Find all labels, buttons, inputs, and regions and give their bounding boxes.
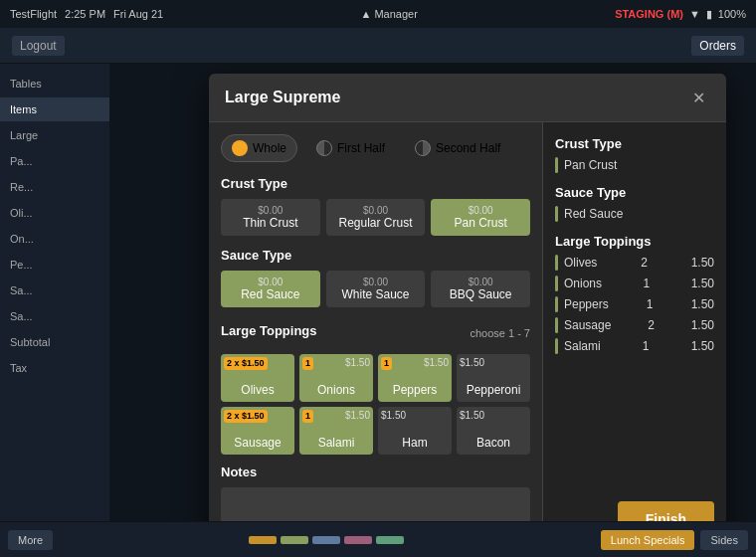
summary-topping-peppers: Peppers 1 1.50 xyxy=(555,296,714,312)
sausage-top-row: 2 x $1.50 xyxy=(224,410,291,423)
regular-crust-price: $0.00 xyxy=(330,205,422,216)
pan-crust-button[interactable]: $0.00 Pan Crust xyxy=(431,199,530,236)
toppings-header: Large Toppings choose 1 - 7 xyxy=(221,319,530,346)
notes-input[interactable] xyxy=(221,487,530,521)
main-content: Tables Items Large Pa... Re... Oli... On… xyxy=(0,64,756,521)
crust-options: $0.00 Thin Crust $0.00 Regular Crust $0.… xyxy=(221,199,530,236)
sidebar-item-tables[interactable]: Tables xyxy=(0,72,109,95)
app-header: Logout Orders xyxy=(0,28,756,64)
right-bottom-buttons: Lunch Specials Sides xyxy=(601,530,748,550)
olives-top-row: 2 x $1.50 xyxy=(224,357,291,370)
battery-level: 100% xyxy=(718,8,746,20)
bacon-price: $1.50 xyxy=(460,410,484,421)
sidebar-item-large[interactable]: Large xyxy=(0,123,109,147)
staging-indicator: STAGING (M) xyxy=(615,8,683,20)
first-half-button[interactable]: First Half xyxy=(305,134,396,162)
onions-price: $1.50 xyxy=(345,357,370,368)
peppers-price: $1.50 xyxy=(424,357,449,368)
crust-indicator xyxy=(555,157,558,173)
summary-sauce-text: Red Sauce xyxy=(564,207,623,221)
color-dot-2 xyxy=(281,536,308,544)
white-sauce-price: $0.00 xyxy=(330,277,422,287)
whole-circle-icon xyxy=(232,140,248,156)
bacon-name: Bacon xyxy=(476,436,510,450)
olives-name: Olives xyxy=(241,383,274,397)
sidebar: Tables Items Large Pa... Re... Oli... On… xyxy=(0,64,109,521)
salami-topping-button[interactable]: 1 $1.50 Salami xyxy=(299,407,373,455)
wifi-icon: ▼ xyxy=(689,8,700,20)
orders-button[interactable]: Orders xyxy=(691,36,744,56)
more-button[interactable]: More xyxy=(8,530,53,550)
olives-summary-indicator xyxy=(555,255,558,271)
summary-crust-value: Pan Crust xyxy=(555,157,714,173)
status-bar: TestFlight 2:25 PM Fri Aug 21 ▲ Manager … xyxy=(0,0,756,28)
olives-topping-button[interactable]: 2 x $1.50 Olives xyxy=(221,354,294,402)
sidebar-item-pe[interactable]: Pe... xyxy=(0,253,109,277)
thin-crust-button[interactable]: $0.00 Thin Crust xyxy=(221,199,320,236)
onions-topping-button[interactable]: 1 $1.50 Onions xyxy=(299,354,373,402)
bbq-sauce-name: BBQ Sauce xyxy=(435,287,526,301)
salami-badge: 1 xyxy=(302,410,313,423)
summary-toppings-title: Large Toppings xyxy=(555,234,714,249)
sausage-name: Sausage xyxy=(234,436,281,450)
summary-topping-onions: Onions 1 1.50 xyxy=(555,276,714,291)
summary-panel: Crust Type Pan Crust Sauce Type Red Sauc… xyxy=(542,122,726,521)
sausage-topping-button[interactable]: 2 x $1.50 Sausage xyxy=(221,407,294,455)
modal-close-button[interactable]: ✕ xyxy=(686,86,710,109)
choose-label: choose 1 - 7 xyxy=(470,327,530,339)
whole-half-button[interactable]: Whole xyxy=(221,134,297,162)
status-bar-left: TestFlight 2:25 PM Fri Aug 21 xyxy=(10,8,163,20)
modal-body: Whole First Half Second Half xyxy=(209,122,726,521)
summary-topping-olives: Olives 2 1.50 xyxy=(555,255,714,271)
pan-crust-name: Pan Crust xyxy=(435,216,526,230)
color-dot-5 xyxy=(376,536,404,544)
half-selector: Whole First Half Second Half xyxy=(221,134,530,162)
pan-crust-price: $0.00 xyxy=(435,205,526,216)
pepperoni-price: $1.50 xyxy=(460,357,484,368)
pepperoni-topping-button[interactable]: $1.50 Pepperoni xyxy=(457,354,530,402)
summary-sauce-value: Red Sauce xyxy=(555,206,714,222)
crust-type-label: Crust Type xyxy=(221,176,530,191)
sausage-badge: 2 x $1.50 xyxy=(224,410,268,423)
pepperoni-top-row: $1.50 xyxy=(460,357,527,368)
sidebar-item-pa[interactable]: Pa... xyxy=(0,149,109,173)
second-half-button[interactable]: Second Half xyxy=(404,134,511,162)
sauce-options: $0.00 Red Sauce $0.00 White Sauce $0.00 … xyxy=(221,271,530,307)
color-bar xyxy=(249,536,404,544)
white-sauce-button[interactable]: $0.00 White Sauce xyxy=(326,271,426,307)
white-sauce-name: White Sauce xyxy=(330,287,422,301)
sidebar-item-sa2[interactable]: Sa... xyxy=(0,304,109,328)
color-dot-3 xyxy=(312,536,340,544)
whole-label: Whole xyxy=(253,141,286,155)
sidebar-item-subtotal[interactable]: Subtotal xyxy=(0,330,109,354)
sidebar-item-items[interactable]: Items xyxy=(0,97,109,121)
salami-price: $1.50 xyxy=(345,410,370,421)
app-name: TestFlight xyxy=(10,8,57,20)
ham-topping-button[interactable]: $1.50 Ham xyxy=(378,407,452,455)
summary-toppings-list: Olives 2 1.50 Onions xyxy=(555,255,714,359)
finish-button[interactable]: Finish xyxy=(618,501,714,521)
manager-label: ▲ Manager xyxy=(360,8,417,20)
logout-button[interactable]: Logout xyxy=(12,36,65,56)
lunch-specials-button[interactable]: Lunch Specials xyxy=(601,530,695,550)
sidebar-item-tax[interactable]: Tax xyxy=(0,356,109,380)
sidebar-item-oli[interactable]: Oli... xyxy=(0,201,109,225)
red-sauce-name: Red Sauce xyxy=(225,287,316,301)
summary-topping-salami: Salami 1 1.50 xyxy=(555,338,714,354)
peppers-name: Peppers xyxy=(393,383,438,397)
bbq-sauce-button[interactable]: $0.00 BBQ Sauce xyxy=(431,271,530,307)
bacon-top-row: $1.50 xyxy=(460,410,527,421)
manager-icon: ▲ xyxy=(360,8,371,20)
peppers-topping-button[interactable]: 1 $1.50 Peppers xyxy=(378,354,452,402)
sides-button[interactable]: Sides xyxy=(700,530,748,550)
notes-label: Notes xyxy=(221,464,530,479)
sidebar-item-sa1[interactable]: Sa... xyxy=(0,278,109,302)
bottom-bar: More Lunch Specials Sides xyxy=(0,521,756,557)
peppers-badge: 1 xyxy=(381,357,392,370)
status-bar-right: STAGING (M) ▼ ▮ 100% xyxy=(615,8,746,21)
bacon-topping-button[interactable]: $1.50 Bacon xyxy=(457,407,530,455)
regular-crust-button[interactable]: $0.00 Regular Crust xyxy=(326,199,426,236)
sidebar-item-on[interactable]: On... xyxy=(0,227,109,251)
red-sauce-button[interactable]: $0.00 Red Sauce xyxy=(221,271,320,307)
sidebar-item-re[interactable]: Re... xyxy=(0,175,109,199)
